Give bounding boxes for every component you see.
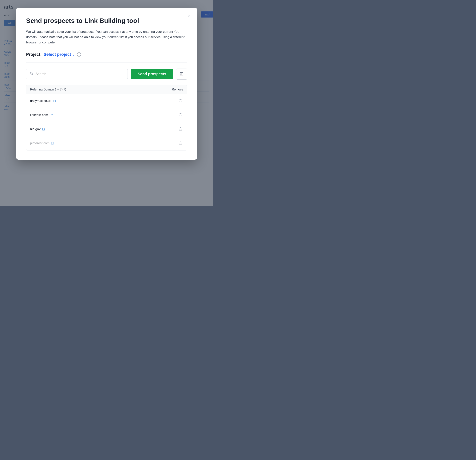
svg-line-1 xyxy=(32,74,33,75)
search-input[interactable] xyxy=(35,72,124,76)
project-label: Project: xyxy=(26,52,42,57)
remove-cell xyxy=(164,112,183,118)
remove-cell xyxy=(164,98,183,104)
table-row: dailymail.co.uk xyxy=(26,94,187,108)
table-row: pinterest.com xyxy=(26,136,187,150)
external-link-icon[interactable] xyxy=(51,142,54,145)
table-row: nih.gov xyxy=(26,122,187,136)
project-select-button[interactable]: Select project ⌄ xyxy=(44,52,75,57)
table-row: linkedin.com xyxy=(26,108,187,122)
action-row: Send prospects xyxy=(26,69,187,80)
domain-name: pinterest.com xyxy=(30,141,50,145)
close-button[interactable]: × xyxy=(186,12,193,19)
info-icon[interactable]: i xyxy=(77,52,81,57)
send-prospects-button[interactable]: Send prospects xyxy=(131,69,173,79)
external-link-icon[interactable] xyxy=(53,99,56,103)
bulk-delete-button[interactable] xyxy=(176,69,187,80)
domain-name: nih.gov xyxy=(30,127,41,131)
trash-icon xyxy=(179,71,184,77)
close-icon: × xyxy=(188,13,190,18)
prospects-table: Referring Domain 1 – 7 (7) Remove dailym… xyxy=(26,85,187,150)
external-link-icon[interactable] xyxy=(42,128,45,131)
project-select-label: Select project xyxy=(44,52,71,57)
domain-cell: pinterest.com xyxy=(30,141,164,145)
modal-backdrop: × Send prospects to Link Building tool W… xyxy=(0,0,213,206)
table-header-remove: Remove xyxy=(164,88,183,91)
domain-cell: linkedin.com xyxy=(30,113,164,117)
domain-name: linkedin.com xyxy=(30,113,48,117)
divider xyxy=(26,62,187,62)
modal-description: We will automatically save your list of … xyxy=(26,29,187,45)
row-delete-button[interactable] xyxy=(178,126,183,132)
row-delete-button[interactable] xyxy=(178,98,183,104)
domain-cell: nih.gov xyxy=(30,127,164,131)
row-delete-button[interactable] xyxy=(178,140,183,147)
remove-cell xyxy=(164,126,183,132)
modal-dialog: × Send prospects to Link Building tool W… xyxy=(16,8,197,160)
external-link-icon[interactable] xyxy=(50,113,53,117)
chevron-down-icon: ⌄ xyxy=(72,52,75,57)
remove-cell xyxy=(164,140,183,147)
search-icon xyxy=(30,72,34,76)
table-header: Referring Domain 1 – 7 (7) Remove xyxy=(26,85,187,94)
modal-title: Send prospects to Link Building tool xyxy=(26,17,187,25)
search-box xyxy=(26,69,128,79)
row-delete-button[interactable] xyxy=(178,112,183,118)
domain-cell: dailymail.co.uk xyxy=(30,99,164,103)
table-header-domain: Referring Domain 1 – 7 (7) xyxy=(30,88,164,91)
domain-name: dailymail.co.uk xyxy=(30,99,51,103)
project-row: Project: Select project ⌄ i xyxy=(26,52,187,57)
